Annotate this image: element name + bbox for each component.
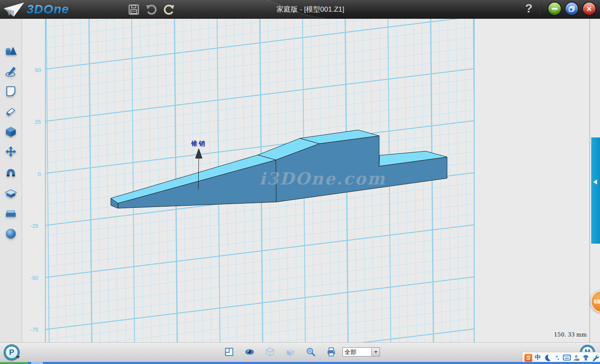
app-logo: 3DOne [2, 1, 69, 17]
titlebar-separator [540, 3, 540, 15]
window-title: 家庭版 - [模型001.Z1] [277, 0, 344, 18]
tool-primitives[interactable] [5, 45, 17, 57]
shaded-cube-icon [285, 347, 295, 357]
tool-sphere[interactable] [5, 227, 17, 240]
ime-punctuation-button[interactable]: °, [553, 354, 561, 362]
ime-keyboard-button[interactable] [562, 354, 571, 362]
wireframe-cube-icon [265, 347, 275, 357]
magnet-icon [5, 166, 17, 179]
annotation-label: 锥销 [191, 140, 206, 148]
view-layout-icon [224, 347, 234, 357]
left-toolbar [0, 18, 22, 342]
ime-logo[interactable]: S [524, 354, 532, 362]
visibility-button[interactable] [245, 347, 255, 358]
redo-button[interactable] [162, 3, 175, 16]
taskbar-app-segment [31, 362, 43, 364]
title-bar: 3DOne 家庭版 - [模型001.Z1] ? [0, 0, 600, 19]
sketch-plane-icon [5, 85, 17, 97]
brand-name: 3DOne [27, 2, 69, 16]
filter-dropdown[interactable]: 全部 [342, 347, 380, 357]
tool-split-solid[interactable] [5, 187, 17, 199]
ime-moon-button[interactable] [543, 354, 552, 362]
help-button[interactable]: ? [522, 2, 535, 17]
primitives-icon [5, 45, 17, 57]
ime-account-button[interactable]: 19 [572, 354, 580, 362]
eraser-icon [5, 105, 17, 118]
ime-settings-button[interactable] [591, 354, 600, 362]
shaded-mode-button[interactable] [285, 347, 296, 358]
zoom-button[interactable] [306, 347, 317, 358]
moon-icon [544, 354, 551, 361]
bottom-toolbar: P [0, 342, 600, 362]
tray-icon [5, 207, 17, 219]
wrench-icon [592, 354, 599, 362]
close-button[interactable]: × [583, 2, 595, 15]
tool-sketch-draw[interactable] [5, 65, 17, 77]
badge-dropdown-caret[interactable] [16, 356, 20, 359]
tool-feature-cube[interactable] [5, 125, 17, 138]
minimize-icon [552, 8, 558, 10]
paper-plane-icon [2, 1, 25, 17]
save-icon [128, 4, 139, 15]
taskbar-edge [0, 362, 600, 364]
close-icon: × [587, 4, 592, 13]
save-button[interactable] [128, 3, 140, 16]
wireframe-mode-button[interactable] [265, 347, 276, 358]
tool-move[interactable] [5, 146, 17, 158]
filter-dropdown-value: 全部 [343, 348, 371, 356]
badge-letter: P [9, 348, 14, 357]
tool-sketch-plane[interactable] [5, 85, 17, 97]
chevron-left-icon [593, 180, 597, 184]
minimize-button[interactable] [548, 2, 561, 15]
taskbar-start-segment [0, 362, 28, 364]
move-arrows-icon [5, 146, 17, 158]
tool-magnet-assembly[interactable] [5, 166, 17, 179]
tshirt-icon [582, 354, 590, 362]
tool-tray[interactable] [5, 207, 17, 219]
ime-toolbar: S 中 °, 19 [522, 352, 600, 363]
visibility-eye-icon [245, 347, 255, 357]
ime-skin-button[interactable] [582, 354, 590, 362]
3done-window: 3DOne 家庭版 - [模型001.Z1] ? [0, 0, 600, 364]
undo-button[interactable] [145, 3, 158, 16]
print-button[interactable] [326, 347, 337, 358]
user-icon: 19 [572, 354, 580, 362]
redo-icon [163, 4, 175, 15]
zoom-magnifier-icon [306, 347, 316, 357]
print-icon [326, 347, 336, 357]
tool-eraser[interactable] [5, 105, 17, 118]
split-solid-icon [5, 187, 17, 199]
ime-mode-button[interactable]: 中 [534, 354, 542, 362]
restore-icon [569, 6, 575, 12]
collapse-panel-tab[interactable] [591, 137, 600, 244]
sphere-icon [5, 227, 17, 240]
chevron-down-icon [374, 351, 378, 353]
cube-icon [5, 125, 17, 138]
restore-button[interactable] [565, 2, 578, 15]
undo-icon [146, 4, 158, 15]
dropdown-button[interactable] [371, 348, 380, 356]
keyboard-icon [563, 354, 571, 361]
svg-text:19: 19 [576, 358, 580, 361]
watermark: i3DOne.com [259, 169, 386, 188]
notification-count: 68 [594, 298, 600, 305]
sketch-pencil-icon [5, 65, 17, 77]
view-layout-button[interactable] [224, 347, 235, 358]
